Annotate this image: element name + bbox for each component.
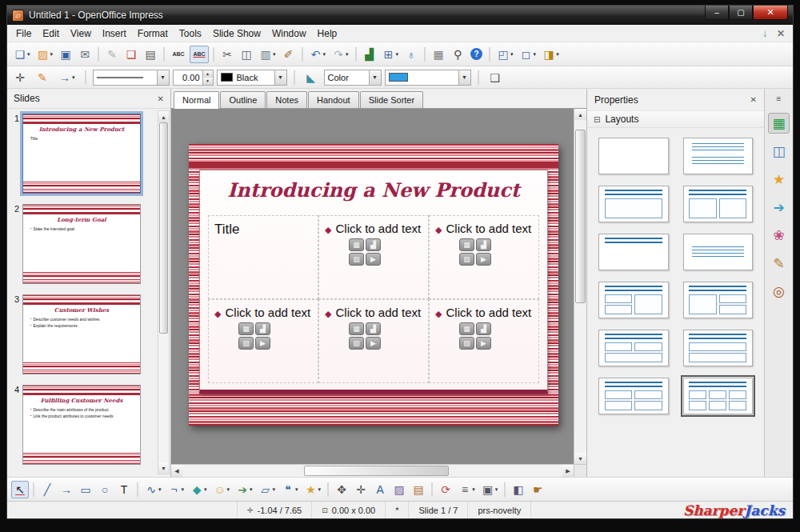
scroll-up-icon[interactable]: ▲ bbox=[158, 111, 169, 122]
collapse-section-icon[interactable]: ⊟ bbox=[594, 115, 600, 124]
scrollbar-thumb[interactable] bbox=[304, 466, 449, 476]
dropdown-arrow-icon[interactable]: ▾ bbox=[472, 486, 475, 493]
insert-table-icon[interactable]: ▦ bbox=[238, 322, 254, 335]
placeholder-cell[interactable]: ◆Click to add text ▦ ▟ ▨ ▶ bbox=[429, 215, 539, 299]
close-document-icon[interactable]: ✕ bbox=[777, 28, 785, 39]
dropdown-arrow-icon[interactable]: ▾ bbox=[50, 51, 54, 58]
layout-title-2content[interactable] bbox=[683, 186, 754, 222]
export-pdf-button[interactable]: ❏ ▾ bbox=[122, 46, 140, 63]
scrollbar-thumb[interactable] bbox=[575, 130, 586, 302]
layout-title-slide[interactable] bbox=[683, 138, 754, 174]
select-button[interactable]: ↖ ▾ bbox=[11, 481, 29, 498]
fontwork-button[interactable]: A ▾ bbox=[371, 481, 389, 498]
dropdown-arrow-icon[interactable]: ▾ bbox=[556, 51, 559, 58]
print-button[interactable]: ▤ ▾ bbox=[142, 46, 159, 63]
update-available-icon[interactable]: ↓ bbox=[762, 28, 767, 39]
dropdown-arrow-icon[interactable]: ▾ bbox=[204, 486, 207, 493]
menu-tools[interactable]: Tools bbox=[174, 26, 207, 42]
insert-image-icon[interactable]: ▨ bbox=[459, 337, 474, 350]
dropdown-arrow-icon[interactable]: ▾ bbox=[182, 486, 185, 493]
rotate-button[interactable]: ⟳ ▾ bbox=[437, 481, 454, 498]
spin-up-icon[interactable]: ▲ bbox=[203, 70, 213, 78]
scroll-down-icon[interactable]: ▼ bbox=[574, 453, 586, 464]
styles-icon[interactable]: ✎ bbox=[768, 253, 790, 274]
color-bar-button[interactable]: ◨ ▾ bbox=[540, 46, 562, 63]
slide-info-field[interactable]: Slide 1 / 7 bbox=[409, 502, 468, 518]
grid-button[interactable]: ▦ ▾ bbox=[430, 46, 447, 63]
glue-points-button[interactable]: ✛ ▾ bbox=[352, 481, 370, 498]
layout-title-content[interactable] bbox=[598, 186, 669, 222]
spin-down-icon[interactable]: ▼ bbox=[203, 78, 213, 85]
navigator-icon[interactable]: ◎ bbox=[768, 281, 790, 302]
insert-table-icon[interactable]: ▦ bbox=[459, 238, 474, 251]
slide-thumbnail[interactable]: Fulfilling Customer Needs ▪Describe the … bbox=[22, 385, 141, 465]
menu-help[interactable]: Help bbox=[312, 26, 343, 42]
insert-image-icon[interactable]: ▨ bbox=[349, 337, 364, 350]
insert-movie-icon[interactable]: ▶ bbox=[476, 337, 491, 350]
hyperlink-button[interactable]: ♁ ▾ bbox=[402, 46, 420, 63]
auto-spellcheck-button[interactable]: ABC ▾ bbox=[190, 46, 209, 63]
interaction-button[interactable]: ☛ ▾ bbox=[529, 481, 546, 498]
dropdown-arrow-icon[interactable]: ▾ bbox=[158, 486, 162, 493]
slide-thumbnail[interactable]: Introducing a New Product Title bbox=[22, 114, 141, 194]
dropdown-arrow-icon[interactable]: ▾ bbox=[323, 51, 326, 58]
insert-movie-icon[interactable]: ▶ bbox=[366, 253, 381, 266]
block-arrows-button[interactable]: ➔ ▾ bbox=[234, 481, 255, 498]
connector-button[interactable]: ¬ ▾ bbox=[166, 481, 187, 498]
dropdown-arrow-icon[interactable]: ▾ bbox=[534, 51, 537, 58]
basic-shapes-button[interactable]: ◆ ▾ bbox=[188, 481, 210, 498]
edit-points-button[interactable]: ✛ bbox=[11, 69, 29, 86]
stars-button[interactable]: ★ ▾ bbox=[302, 481, 324, 498]
area-style-button[interactable]: ◣ bbox=[302, 69, 320, 86]
help-button[interactable]: ? ▾ bbox=[468, 46, 485, 62]
insert-table-icon[interactable]: ▦ bbox=[459, 322, 474, 335]
layout-title-4content[interactable] bbox=[598, 378, 669, 414]
text-button[interactable]: T ▾ bbox=[115, 481, 133, 498]
slide-title[interactable]: Introducing a New Product bbox=[200, 178, 547, 202]
styles-button[interactable]: ✎ bbox=[34, 69, 51, 86]
custom-animation-icon[interactable]: ★ bbox=[768, 169, 790, 190]
redo-button[interactable]: ↷ ▾ bbox=[330, 46, 351, 63]
scrollbar-track[interactable] bbox=[574, 120, 586, 453]
insert-table-icon[interactable]: ▦ bbox=[349, 238, 364, 251]
master-pages-icon[interactable]: ➔ bbox=[768, 197, 790, 218]
arrange-button[interactable]: ▣ ▾ bbox=[479, 481, 501, 498]
insert-chart-icon[interactable]: ▟ bbox=[366, 238, 381, 251]
display-mode-button[interactable]: ◰ ▾ bbox=[494, 46, 516, 63]
dropdown-arrow-icon[interactable]: ▾ bbox=[346, 51, 349, 58]
fill-type-select[interactable]: Color▼ bbox=[324, 70, 382, 86]
menu-insert[interactable]: Insert bbox=[97, 26, 132, 42]
format-paintbrush-button[interactable]: ✐ ▾ bbox=[280, 46, 298, 63]
fill-color-select[interactable]: ▼ bbox=[385, 70, 471, 86]
placeholder-cell[interactable]: ◆Click to add text ▦ ▟ ▨ ▶ bbox=[208, 299, 318, 383]
slides-panel-scrollbar[interactable]: ▲ ▼ bbox=[158, 110, 170, 474]
scroll-down-icon[interactable]: ▼ bbox=[158, 462, 169, 474]
vertical-scrollbar[interactable]: ▲ ▼ bbox=[574, 109, 586, 464]
close-button[interactable]: ✕ bbox=[753, 6, 788, 20]
insert-chart-icon[interactable]: ▟ bbox=[476, 238, 491, 251]
horizontal-scrollbar[interactable]: ◀ ▶ bbox=[171, 464, 574, 477]
dropdown-arrow-icon[interactable]: ▾ bbox=[27, 51, 30, 58]
insert-image-icon[interactable]: ▨ bbox=[349, 253, 364, 266]
placeholder-cell[interactable]: Title ▦ ▟ ▨ ▶ bbox=[208, 215, 318, 299]
minimize-button[interactable]: – bbox=[705, 6, 729, 20]
fill-color-dropdown-icon[interactable]: ▼ bbox=[458, 70, 470, 85]
from-file-button[interactable]: ▨ ▾ bbox=[390, 481, 408, 498]
layout-title-content-2content[interactable] bbox=[683, 282, 754, 318]
tab-notes[interactable]: Notes bbox=[266, 91, 307, 108]
slide-editing-area[interactable]: Introducing a New Product Title ▦ ▟ ▨ ▶ bbox=[189, 144, 558, 426]
table-button[interactable]: ⊞ ▾ bbox=[380, 46, 402, 63]
menu-file[interactable]: File bbox=[10, 26, 37, 42]
rectangle-button[interactable]: ▭ ▾ bbox=[77, 481, 94, 498]
insert-image-icon[interactable]: ▨ bbox=[459, 253, 474, 266]
gallery-icon[interactable]: ❀ bbox=[768, 225, 790, 246]
fill-type-dropdown-icon[interactable]: ▼ bbox=[369, 70, 381, 85]
callouts-button[interactable]: ❝ ▾ bbox=[279, 481, 301, 498]
placeholder-cell[interactable]: ◆Click to add text ▦ ▟ ▨ ▶ bbox=[429, 299, 539, 383]
symbol-shapes-button[interactable]: ☺ ▾ bbox=[211, 481, 233, 498]
zoom-button[interactable]: ⚲ ▾ bbox=[449, 46, 466, 63]
curve-button[interactable]: ∿ ▾ bbox=[142, 481, 164, 498]
line-color-dropdown-icon[interactable]: ▼ bbox=[274, 70, 286, 85]
scrollbar-track[interactable] bbox=[182, 465, 562, 477]
dropdown-arrow-icon[interactable]: ▾ bbox=[227, 486, 230, 493]
